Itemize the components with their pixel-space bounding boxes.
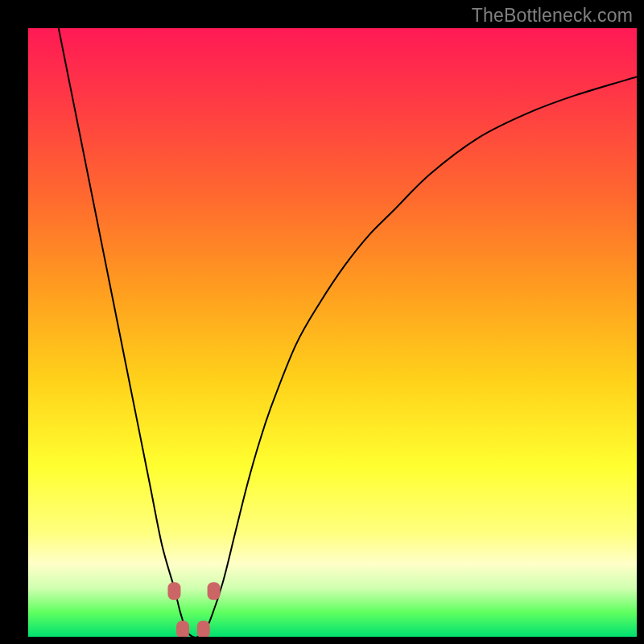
watermark-text: TheBottleneck.com [472, 5, 633, 27]
markers-group [167, 582, 220, 637]
marker-dot [208, 582, 221, 600]
chart-svg [28, 28, 637, 637]
marker-dot [167, 582, 180, 600]
frame: TheBottleneck.com [0, 0, 644, 644]
bottleneck-curve [59, 28, 637, 637]
plot-area [28, 28, 637, 637]
marker-dot [197, 621, 210, 637]
marker-dot [176, 621, 189, 637]
